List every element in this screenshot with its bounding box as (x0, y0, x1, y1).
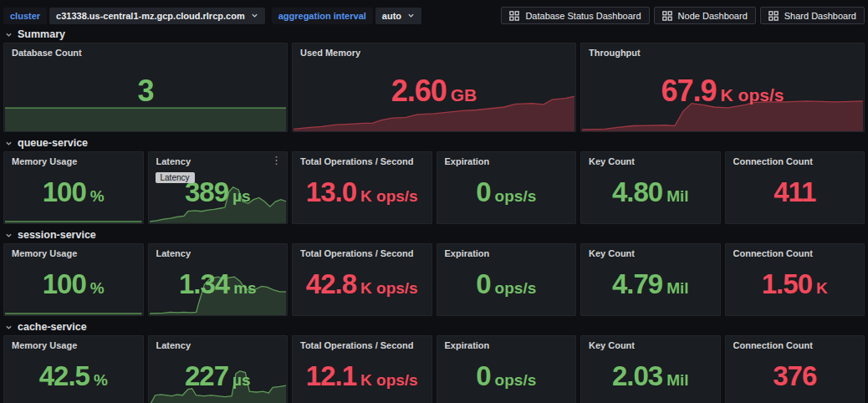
stat-unit: K ops/s (360, 279, 418, 298)
stat-unit: µs (232, 371, 251, 390)
cluster-dropdown[interactable]: c31338.us-central1-mz.gcp.cloud.rlrcp.co… (49, 8, 265, 24)
panel-title[interactable]: Key Count (589, 156, 707, 166)
panel-title[interactable]: Total Operations / Second (300, 340, 418, 350)
stat-value: 0 (476, 362, 490, 390)
dashboard-row: Summary Database Count 3 Used Memory 2.6… (3, 28, 865, 132)
chevron-down-icon (5, 31, 13, 38)
panel-title[interactable]: Memory Usage (12, 156, 130, 166)
panel-title[interactable]: Total Operations / Second (300, 248, 418, 258)
stat-value: 376 (773, 362, 816, 390)
stat-unit: µs (232, 187, 251, 206)
row-title: cache-service (18, 321, 87, 333)
chevron-down-icon (251, 12, 258, 19)
stat-value: 227 (185, 362, 228, 390)
row-title: queue-service (18, 137, 88, 149)
panel-queue-service-total-operations-second: Total Operations / Second 13.0 K ops/s (292, 151, 432, 224)
grafana-dashboard: cluster c31338.us-central1-mz.gcp.cloud.… (0, 0, 868, 403)
row-header-cache-service[interactable]: cache-service (5, 320, 865, 334)
stat-value: 1.50 (762, 270, 812, 298)
panel-title[interactable]: Latency (156, 156, 274, 166)
panel-queue-service-key-count: Key Count 4.80 Mil (580, 151, 721, 224)
stat-value: 1.34 (179, 270, 229, 298)
stat-unit: K ops/s (360, 187, 418, 206)
panel-session-service-expiration: Expiration 0 ops/s (437, 243, 577, 316)
database-status-dashboard-button[interactable]: Database Status Dashboard (501, 7, 649, 24)
stat-unit: % (94, 371, 108, 390)
row-panels: Memory Usage 42.5 % Latency 227 µs Total… (3, 335, 865, 403)
stat-value: 411 (774, 178, 815, 206)
shard-dashboard-button[interactable]: Shard Dashboard (760, 7, 865, 24)
apps-grid-icon (509, 11, 519, 21)
row-header-session-service[interactable]: session-service (5, 228, 865, 242)
panel-title[interactable]: Total Operations / Second (300, 156, 418, 166)
stat-unit: K (816, 279, 828, 298)
panel-title[interactable]: Memory Usage (12, 340, 130, 350)
panel-title[interactable]: Connection Count (733, 248, 851, 258)
button-label: Shard Dashboard (784, 11, 856, 21)
panel-session-service-connection-count: Connection Count 1.50 K (725, 243, 865, 316)
stat-value: 100 (43, 270, 86, 298)
chevron-down-icon (5, 140, 13, 147)
apps-grid-icon (662, 11, 672, 21)
panel-queue-service-connection-count: Connection Count 411 (725, 151, 865, 224)
panel-session-service-latency: Latency 1.34 ms (148, 243, 288, 316)
panel-session-service-key-count: Key Count 4.79 Mil (580, 243, 721, 316)
panel-cache-service-total-operations-second: Total Operations / Second 12.1 K ops/s (292, 335, 432, 403)
variable-cluster: cluster c31338.us-central1-mz.gcp.cloud.… (3, 8, 265, 24)
panel-title[interactable]: Expiration (445, 248, 563, 258)
panel-title[interactable]: Database Count (12, 48, 273, 58)
dashboard-row: session-service Memory Usage 100 % Laten… (3, 228, 865, 316)
panel-title[interactable]: Latency (156, 340, 274, 350)
panel-title[interactable]: Throughput (589, 48, 850, 58)
stat-unit: ops/s (495, 187, 537, 206)
panel-summary-throughput: Throughput 67.9 K ops/s (580, 43, 865, 132)
series-tooltip: Latency (156, 172, 195, 183)
chevron-down-icon (5, 232, 13, 239)
chevron-down-icon (5, 324, 13, 331)
button-label: Database Status Dashboard (525, 11, 641, 21)
panel-cache-service-latency: Latency 227 µs (148, 335, 288, 403)
panel-cache-service-connection-count: Connection Count 376 (725, 335, 865, 403)
row-panels: Memory Usage 100 % Latency 1.34 ms Total… (3, 243, 865, 316)
panel-title[interactable]: Latency (156, 248, 274, 258)
panel-summary-used-memory: Used Memory 2.60 GB (292, 43, 576, 132)
apps-grid-icon (768, 11, 779, 21)
stat-value: 3 (137, 76, 153, 106)
button-label: Node Dashboard (678, 11, 748, 21)
panel-title[interactable]: Used Memory (300, 48, 562, 58)
stat-value: 4.80 (612, 178, 662, 206)
panel-session-service-memory-usage: Memory Usage 100 % (3, 243, 144, 316)
aggregation-interval-dropdown-value: auto (382, 11, 401, 21)
chevron-down-icon (407, 12, 415, 19)
stat-value: 100 (43, 178, 86, 206)
row-header-summary[interactable]: Summary (5, 28, 865, 41)
dashboard-header: cluster c31338.us-central1-mz.gcp.cloud.… (3, 0, 865, 26)
node-dashboard-button[interactable]: Node Dashboard (654, 7, 756, 24)
panel-title[interactable]: Expiration (445, 156, 563, 166)
stat-unit: K ops/s (721, 85, 784, 105)
stat-unit: ops/s (495, 279, 537, 298)
panel-title[interactable]: Key Count (589, 248, 707, 258)
panel-title[interactable]: Expiration (445, 340, 563, 350)
panel-queue-service-memory-usage: Memory Usage 100 % (3, 151, 144, 224)
stat-value: 67.9 (661, 76, 717, 106)
stat-unit: K ops/s (360, 371, 418, 390)
row-panels: Memory Usage 100 % Latency 389 µs Latenc… (3, 151, 865, 224)
stat-value: 2.60 (391, 76, 447, 106)
stat-value: 13.0 (306, 178, 356, 206)
stat-unit: ms (233, 279, 256, 298)
panel-title[interactable]: Memory Usage (12, 248, 130, 258)
variable-label-aggregation-interval: aggregation interval (272, 8, 373, 24)
stat-value: 12.1 (306, 362, 356, 390)
panel-title[interactable]: Connection Count (733, 340, 851, 350)
aggregation-interval-dropdown[interactable]: auto (375, 8, 421, 24)
stat-value: 0 (476, 270, 490, 298)
row-header-queue-service[interactable]: queue-service (5, 136, 865, 150)
stat-unit: GB (451, 85, 477, 105)
row-title: session-service (18, 229, 96, 241)
row-title: Summary (18, 28, 65, 40)
panel-title[interactable]: Key Count (589, 340, 707, 350)
panel-cache-service-memory-usage: Memory Usage 42.5 % (3, 335, 144, 403)
panel-menu-icon[interactable]: ⋮ (271, 155, 282, 166)
panel-title[interactable]: Connection Count (733, 156, 851, 166)
